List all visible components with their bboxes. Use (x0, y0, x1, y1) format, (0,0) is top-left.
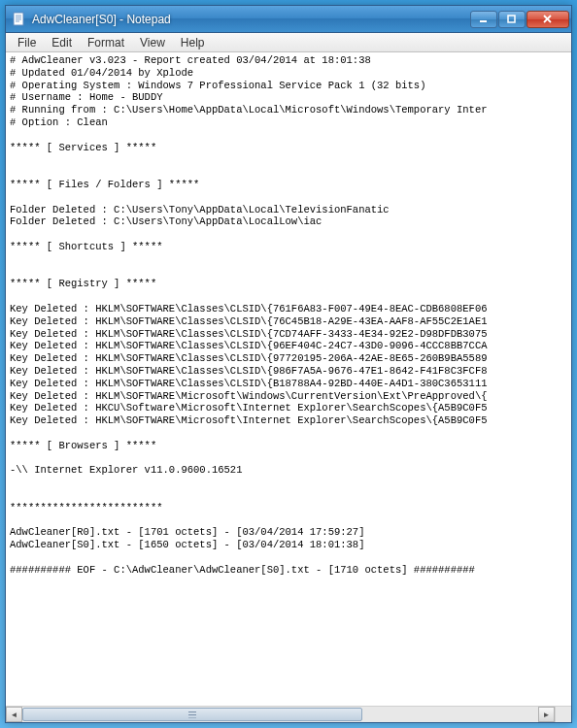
maximize-button[interactable] (498, 11, 526, 28)
menubar: File Edit Format View Help (6, 33, 571, 52)
menu-view[interactable]: View (132, 34, 173, 51)
horizontal-scrollbar[interactable]: ◄ ► (6, 706, 571, 722)
scroll-right-button[interactable]: ► (538, 707, 555, 722)
menu-file[interactable]: File (10, 34, 44, 51)
notepad-icon (12, 12, 27, 27)
svg-rect-6 (508, 16, 515, 22)
titlebar[interactable]: AdwCleaner[S0] - Notepad (6, 6, 571, 33)
scroll-corner (555, 707, 571, 722)
window-controls (470, 11, 569, 28)
menu-help[interactable]: Help (173, 34, 213, 51)
content-area: # AdwCleaner v3.023 - Report created 03/… (6, 52, 571, 722)
text-editor[interactable]: # AdwCleaner v3.023 - Report created 03/… (6, 52, 571, 706)
window-title: AdwCleaner[S0] - Notepad (32, 13, 470, 26)
scroll-thumb[interactable] (22, 708, 362, 721)
scroll-left-button[interactable]: ◄ (6, 707, 22, 722)
menu-format[interactable]: Format (80, 34, 132, 51)
close-button[interactable] (526, 11, 569, 28)
notepad-window: AdwCleaner[S0] - Notepad File Edit Forma… (5, 5, 572, 723)
svg-rect-0 (14, 13, 23, 25)
scroll-track[interactable] (22, 707, 538, 722)
menu-edit[interactable]: Edit (44, 34, 80, 51)
minimize-button[interactable] (470, 11, 497, 28)
